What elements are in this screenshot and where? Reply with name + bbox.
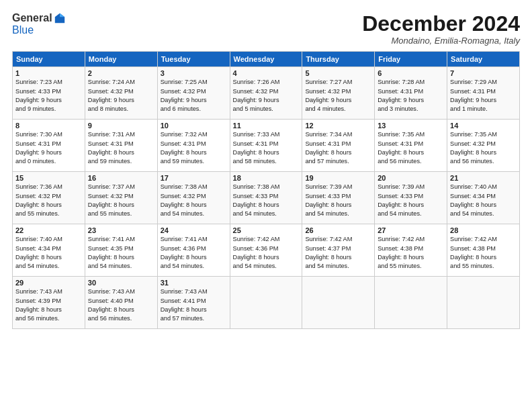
calendar-table: Sunday Monday Tuesday Wednesday Thursday… xyxy=(12,51,520,329)
cell-content: Sunrise: 7:39 AM Sunset: 4:33 PM Dayligh… xyxy=(305,183,371,218)
logo-general-text: General xyxy=(12,12,52,24)
calendar-week-row: 8Sunrise: 7:30 AM Sunset: 4:31 PM Daylig… xyxy=(13,120,520,172)
cell-content: Sunrise: 7:41 AM Sunset: 4:36 PM Dayligh… xyxy=(161,235,227,271)
day-number: 18 xyxy=(233,174,300,182)
day-number: 23 xyxy=(88,226,154,234)
day-number: 31 xyxy=(161,279,227,287)
day-number: 22 xyxy=(15,226,82,234)
cell-content: Sunrise: 7:43 AM Sunset: 4:41 PM Dayligh… xyxy=(161,287,227,323)
cell-content: Sunrise: 7:38 AM Sunset: 4:32 PM Dayligh… xyxy=(161,183,227,218)
calendar-week-row: 1Sunrise: 7:23 AM Sunset: 4:33 PM Daylig… xyxy=(13,67,520,120)
day-number: 30 xyxy=(88,279,154,287)
cell-content: Sunrise: 7:35 AM Sunset: 4:31 PM Dayligh… xyxy=(378,130,444,166)
month-title: December 2024 xyxy=(362,12,520,36)
table-row: 24Sunrise: 7:41 AM Sunset: 4:36 PM Dayli… xyxy=(157,224,230,277)
table-row: 22Sunrise: 7:40 AM Sunset: 4:34 PM Dayli… xyxy=(13,224,85,277)
table-row: 4Sunrise: 7:26 AM Sunset: 4:32 PM Daylig… xyxy=(230,67,302,120)
col-monday: Monday xyxy=(85,52,157,67)
table-row: 5Sunrise: 7:27 AM Sunset: 4:32 PM Daylig… xyxy=(302,67,375,120)
cell-content: Sunrise: 7:37 AM Sunset: 4:32 PM Dayligh… xyxy=(88,183,154,218)
day-number: 5 xyxy=(305,69,371,77)
cell-content: Sunrise: 7:25 AM Sunset: 4:32 PM Dayligh… xyxy=(161,78,227,113)
cell-content: Sunrise: 7:24 AM Sunset: 4:32 PM Dayligh… xyxy=(88,78,154,113)
cell-content: Sunrise: 7:43 AM Sunset: 4:39 PM Dayligh… xyxy=(15,287,82,323)
day-number: 19 xyxy=(305,174,371,182)
cell-content: Sunrise: 7:30 AM Sunset: 4:31 PM Dayligh… xyxy=(15,130,82,166)
cell-content: Sunrise: 7:33 AM Sunset: 4:31 PM Dayligh… xyxy=(233,130,300,166)
day-number: 27 xyxy=(378,226,444,234)
day-number: 20 xyxy=(378,174,444,182)
table-row: 1Sunrise: 7:23 AM Sunset: 4:33 PM Daylig… xyxy=(13,67,85,120)
cell-content: Sunrise: 7:43 AM Sunset: 4:40 PM Dayligh… xyxy=(88,287,154,323)
table-row: 18Sunrise: 7:38 AM Sunset: 4:33 PM Dayli… xyxy=(230,172,302,224)
table-row xyxy=(447,277,520,329)
day-number: 9 xyxy=(88,122,154,130)
cell-content: Sunrise: 7:42 AM Sunset: 4:37 PM Dayligh… xyxy=(305,235,371,271)
day-number: 7 xyxy=(450,69,517,77)
svg-marker-1 xyxy=(60,13,64,17)
day-number: 28 xyxy=(450,226,517,234)
table-row: 17Sunrise: 7:38 AM Sunset: 4:32 PM Dayli… xyxy=(157,172,230,224)
table-row: 21Sunrise: 7:40 AM Sunset: 4:34 PM Dayli… xyxy=(447,172,520,224)
cell-content: Sunrise: 7:31 AM Sunset: 4:31 PM Dayligh… xyxy=(88,130,154,166)
day-number: 13 xyxy=(378,122,444,130)
day-number: 11 xyxy=(233,122,300,130)
day-number: 21 xyxy=(450,174,517,182)
day-number: 29 xyxy=(15,279,82,287)
cell-content: Sunrise: 7:42 AM Sunset: 4:36 PM Dayligh… xyxy=(233,235,300,271)
table-row: 19Sunrise: 7:39 AM Sunset: 4:33 PM Dayli… xyxy=(302,172,375,224)
table-row xyxy=(230,277,302,329)
header-row: Sunday Monday Tuesday Wednesday Thursday… xyxy=(13,52,520,67)
cell-content: Sunrise: 7:34 AM Sunset: 4:31 PM Dayligh… xyxy=(305,130,371,166)
table-row: 14Sunrise: 7:35 AM Sunset: 4:32 PM Dayli… xyxy=(447,120,520,172)
table-row: 9Sunrise: 7:31 AM Sunset: 4:31 PM Daylig… xyxy=(85,120,157,172)
col-friday: Friday xyxy=(375,52,447,67)
table-row: 31Sunrise: 7:43 AM Sunset: 4:41 PM Dayli… xyxy=(157,277,230,329)
table-row: 3Sunrise: 7:25 AM Sunset: 4:32 PM Daylig… xyxy=(157,67,230,120)
day-number: 3 xyxy=(161,69,227,77)
cell-content: Sunrise: 7:40 AM Sunset: 4:34 PM Dayligh… xyxy=(15,235,82,271)
table-row: 10Sunrise: 7:32 AM Sunset: 4:31 PM Dayli… xyxy=(157,120,230,172)
logo-blue-text: Blue xyxy=(12,24,34,36)
table-row: 20Sunrise: 7:39 AM Sunset: 4:33 PM Dayli… xyxy=(375,172,447,224)
table-row: 27Sunrise: 7:42 AM Sunset: 4:38 PM Dayli… xyxy=(375,224,447,277)
day-number: 2 xyxy=(88,69,154,77)
cell-content: Sunrise: 7:38 AM Sunset: 4:33 PM Dayligh… xyxy=(233,183,300,218)
table-row xyxy=(375,277,447,329)
calendar-week-row: 29Sunrise: 7:43 AM Sunset: 4:39 PM Dayli… xyxy=(13,277,520,329)
day-number: 14 xyxy=(450,122,517,130)
table-row: 8Sunrise: 7:30 AM Sunset: 4:31 PM Daylig… xyxy=(13,120,85,172)
location: Mondaino, Emilia-Romagna, Italy xyxy=(362,36,520,46)
cell-content: Sunrise: 7:29 AM Sunset: 4:31 PM Dayligh… xyxy=(450,78,517,113)
day-number: 16 xyxy=(88,174,154,182)
table-row: 30Sunrise: 7:43 AM Sunset: 4:40 PM Dayli… xyxy=(85,277,157,329)
cell-content: Sunrise: 7:27 AM Sunset: 4:32 PM Dayligh… xyxy=(305,78,371,113)
day-number: 26 xyxy=(305,226,371,234)
logo: General Blue xyxy=(12,12,66,36)
col-wednesday: Wednesday xyxy=(230,52,302,67)
cell-content: Sunrise: 7:26 AM Sunset: 4:32 PM Dayligh… xyxy=(233,78,300,113)
day-number: 25 xyxy=(233,226,300,234)
col-sunday: Sunday xyxy=(13,52,85,67)
cell-content: Sunrise: 7:40 AM Sunset: 4:34 PM Dayligh… xyxy=(450,183,517,218)
table-row: 26Sunrise: 7:42 AM Sunset: 4:37 PM Dayli… xyxy=(302,224,375,277)
table-row xyxy=(302,277,375,329)
table-row: 23Sunrise: 7:41 AM Sunset: 4:35 PM Dayli… xyxy=(85,224,157,277)
cell-content: Sunrise: 7:41 AM Sunset: 4:35 PM Dayligh… xyxy=(88,235,154,271)
header: General Blue December 2024 Mondaino, Emi… xyxy=(12,12,520,46)
day-number: 24 xyxy=(161,226,227,234)
table-row: 29Sunrise: 7:43 AM Sunset: 4:39 PM Dayli… xyxy=(13,277,85,329)
logo-icon xyxy=(54,12,66,24)
day-number: 10 xyxy=(161,122,227,130)
cell-content: Sunrise: 7:23 AM Sunset: 4:33 PM Dayligh… xyxy=(15,78,82,113)
day-number: 17 xyxy=(161,174,227,182)
calendar-page: General Blue December 2024 Mondaino, Emi… xyxy=(0,0,532,411)
table-row: 16Sunrise: 7:37 AM Sunset: 4:32 PM Dayli… xyxy=(85,172,157,224)
cell-content: Sunrise: 7:28 AM Sunset: 4:31 PM Dayligh… xyxy=(378,78,444,113)
day-number: 12 xyxy=(305,122,371,130)
col-thursday: Thursday xyxy=(302,52,375,67)
col-tuesday: Tuesday xyxy=(157,52,230,67)
day-number: 1 xyxy=(15,69,82,77)
table-row: 2Sunrise: 7:24 AM Sunset: 4:32 PM Daylig… xyxy=(85,67,157,120)
col-saturday: Saturday xyxy=(447,52,520,67)
